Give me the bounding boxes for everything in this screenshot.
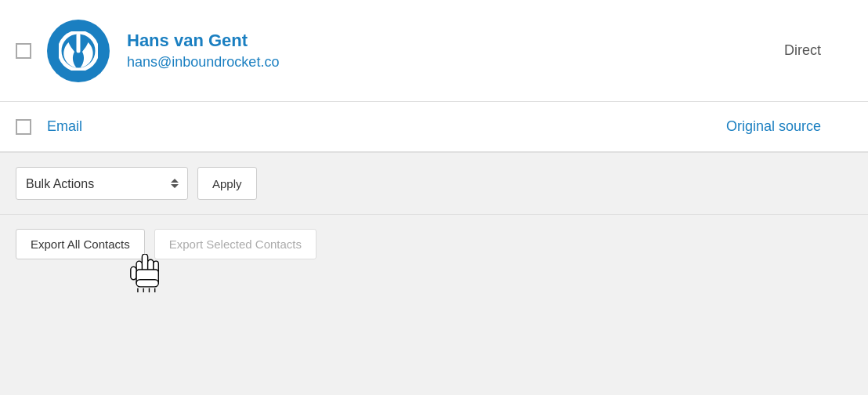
filter-email-label: Email (47, 118, 726, 135)
export-all-button[interactable]: Export All Contacts (16, 229, 145, 259)
apply-button[interactable]: Apply (197, 167, 257, 200)
svg-rect-3 (154, 261, 158, 277)
contact-row: Hans van Gent hans@inboundrocket.co Dire… (0, 0, 868, 102)
page-wrapper: Hans van Gent hans@inboundrocket.co Dire… (0, 0, 868, 395)
contact-name: Hans van Gent (127, 31, 784, 51)
bulk-actions-select[interactable]: Bulk Actions Delete Subscribe Unsubscrib… (16, 167, 188, 200)
export-row: Export All Contacts Export Selected Cont… (0, 215, 868, 274)
svg-rect-4 (136, 261, 142, 277)
svg-rect-5 (131, 266, 136, 279)
svg-rect-6 (136, 270, 158, 285)
filter-source-label: Original source (726, 118, 821, 135)
bulk-actions-row: Bulk Actions Delete Subscribe Unsubscrib… (0, 153, 868, 215)
filter-row: Email Original source (0, 102, 868, 153)
contact-checkbox[interactable] (16, 43, 31, 59)
contact-email: hans@inboundrocket.co (127, 54, 784, 71)
cursor-icon (129, 254, 161, 293)
avatar (47, 20, 110, 82)
contact-source: Direct (784, 42, 852, 59)
contact-info: Hans van Gent hans@inboundrocket.co (127, 31, 784, 71)
svg-rect-7 (136, 280, 158, 287)
export-selected-button[interactable]: Export Selected Contacts (154, 229, 316, 259)
filter-all-checkbox[interactable] (16, 119, 31, 135)
svg-rect-2 (148, 259, 154, 277)
avatar-icon (59, 31, 98, 71)
